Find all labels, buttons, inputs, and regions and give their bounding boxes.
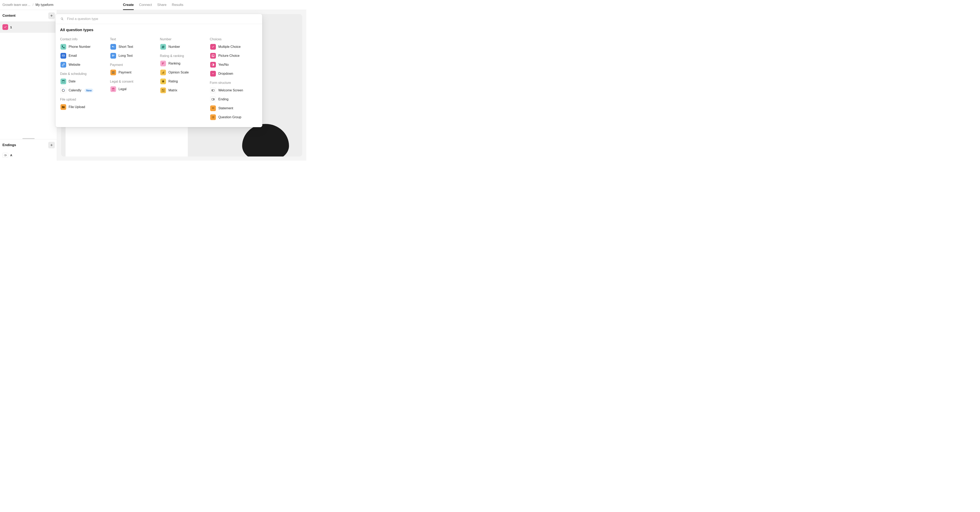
option-label: Legal [119,87,126,91]
option-label: Payment [119,71,131,74]
tab-connect[interactable]: Connect [139,0,152,10]
sidebar-content-section: Content 1 [0,10,57,33]
group-title: Legal & consent [110,77,158,85]
popover-column: NumberNumberRating & rankingRankingOpini… [160,35,208,122]
question-type-option[interactable]: Ranking [160,59,208,68]
popover-column: ChoicesMultiple ChoicePicture ChoiceYes/… [210,35,258,122]
folder-icon [60,104,66,110]
group-title: Number [160,35,208,42]
sidebar-endings-section: Endings A [0,139,57,160]
option-label: Date [68,79,76,83]
option-label: Calendly [68,89,81,92]
calendar-icon [60,79,66,84]
canvas-decor [242,124,289,157]
phone-icon [60,44,66,50]
image-icon [210,53,216,59]
question-type-option[interactable]: Ending [210,95,258,104]
option-label: Email [68,54,77,58]
option-label: Phone Number [68,45,91,49]
bank-icon [110,86,116,92]
group-title: Date & scheduling [60,69,108,77]
question-type-option[interactable]: Matrix [160,86,208,95]
question-type-option[interactable]: Dropdown [210,69,258,78]
link-icon [60,62,66,68]
question-type-popover: All question types Contact infoPhone Num… [56,14,262,127]
new-badge: New [84,89,93,92]
group-title: Choices [210,35,258,42]
group-title: File upload [60,95,108,103]
question-type-option[interactable]: Rating [160,77,208,86]
search-input[interactable] [67,17,258,21]
mail-icon [60,53,66,59]
endings-list: A [0,151,57,160]
option-label: Yes/No [218,63,229,67]
ending-label: A [10,154,12,157]
option-label: Opinion Scale [169,71,189,74]
option-label: Rating [169,79,178,83]
layout-left-icon [210,87,216,93]
short-text-icon [110,44,116,50]
list-icon [210,114,216,120]
question-type-option[interactable]: Number [160,42,208,51]
option-label: File Upload [68,105,85,109]
tab-create[interactable]: Create [123,0,134,10]
group-title: Contact info [60,35,108,42]
question-type-option[interactable]: Legal [110,85,158,94]
layout-right-icon [210,97,216,102]
group-title: Text [110,35,158,42]
chevron-down-icon [210,71,216,76]
quote-icon [210,105,216,111]
question-type-option[interactable]: Website [60,60,108,69]
question-type-option[interactable]: Date [60,77,108,86]
long-text-icon [110,53,116,59]
question-type-option[interactable]: Question Group [210,113,258,122]
add-ending-button[interactable] [48,142,55,148]
question-type-option[interactable]: CalendlyNew [60,86,108,95]
sidebar-spacer [0,33,57,139]
drag-handle[interactable] [22,138,35,139]
question-type-option[interactable]: Welcome Screen [210,86,258,95]
question-type-option[interactable]: File Upload [60,103,108,111]
ending-item[interactable]: A [0,151,57,160]
question-type-option[interactable]: Short Text [110,42,158,51]
tab-results[interactable]: Results [172,0,183,10]
option-label: Matrix [169,89,177,92]
popover-grid: Contact infoPhone NumberEmailWebsiteDate… [56,34,262,123]
option-label: Number [169,45,180,49]
add-content-button[interactable] [48,13,55,19]
calendly-icon [60,87,66,93]
layout-right-icon [2,153,8,158]
option-label: Short Text [119,45,133,49]
question-type-option[interactable]: Long Text [110,51,158,60]
header-tabs: CreateConnectShareResults [123,0,183,10]
question-type-option[interactable]: Phone Number [60,42,108,51]
option-label: Ending [218,97,229,101]
option-label: Dropdown [218,72,233,76]
popover-title: All question types [56,24,262,34]
content-item[interactable]: 1 [0,21,57,33]
crumb-form[interactable]: My typeform [35,3,53,7]
hash-icon [160,44,166,50]
sidebar-endings-header: Endings [0,139,57,151]
question-type-option[interactable]: Opinion Scale [160,68,208,77]
breadcrumb-separator: / [33,3,33,7]
app-root: Growth team wor… / My typeform CreateCon… [0,0,306,160]
group-title: Rating & ranking [160,51,208,59]
option-label: Website [68,63,80,67]
plus-icon [50,143,53,147]
popover-column: Contact infoPhone NumberEmailWebsiteDate… [60,35,108,122]
card-icon [110,70,116,75]
sidebar-endings-title: Endings [2,143,16,147]
question-type-option[interactable]: Yes/No [210,60,258,69]
breadcrumb: Growth team wor… / My typeform [2,3,53,7]
tab-share[interactable]: Share [157,0,166,10]
crumb-workspace[interactable]: Growth team wor… [2,3,30,7]
question-type-option[interactable]: Statement [210,104,258,113]
question-type-option[interactable]: Multiple Choice [210,42,258,51]
option-label: Statement [218,106,233,110]
top-header: Growth team wor… / My typeform CreateCon… [0,0,306,10]
question-type-option[interactable]: Payment [110,68,158,77]
question-type-option[interactable]: Picture Choice [210,51,258,60]
ranking-icon [160,61,166,67]
question-type-option[interactable]: Email [60,51,108,60]
